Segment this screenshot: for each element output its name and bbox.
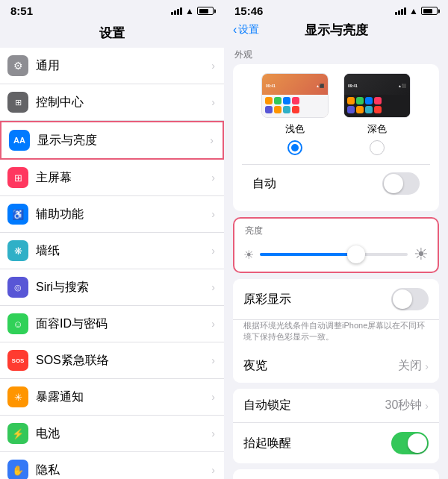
true-tone-subtext: 根据环境光线条件自动调整iPhone屏幕以在不同环境下保持色彩显示一致。 <box>233 320 439 349</box>
home-screen-label: 主屏幕 <box>36 170 208 186</box>
settings-item-battery[interactable]: ⚡ 电池 › <box>0 416 224 452</box>
privacy-label: 隐私 <box>36 463 208 478</box>
back-button[interactable]: ‹ 设置 <box>233 23 259 37</box>
left-panel: 8:51 ▲ 设置 ⚙ 通用 › ⊞ <box>0 0 224 479</box>
true-tone-toggle[interactable] <box>391 288 429 310</box>
wallpaper-icon: ❋ <box>7 240 28 261</box>
battery-chevron: › <box>211 428 215 439</box>
left-status-time: 8:51 <box>10 4 33 17</box>
exposure-chevron: › <box>211 391 215 403</box>
left-status-bar: 8:51 ▲ <box>0 0 224 20</box>
home-screen-chevron: › <box>211 172 215 184</box>
signal-icon <box>171 7 182 15</box>
settings-item-exposure[interactable]: ✳ 暴露通知 › <box>0 379 224 416</box>
light-mode-option[interactable]: 09:41 ▲⬛ <box>261 73 329 155</box>
faceid-icon: ☺ <box>7 313 28 334</box>
sos-label: SOS紧急联络 <box>36 353 208 369</box>
brightness-slider-row: ☀ ☀ <box>234 240 438 272</box>
dark-mode-preview: 09:41 ▲⬛ <box>343 73 411 118</box>
settings-item-siri[interactable]: ◎ Siri与搜索 › <box>0 269 224 306</box>
general-chevron: › <box>211 60 215 72</box>
settings-item-control-center[interactable]: ⊞ 控制中心 › <box>0 84 224 121</box>
appearance-options: 09:41 ▲⬛ <box>242 73 430 155</box>
battery-label: 电池 <box>36 426 208 442</box>
raise-to-wake-label: 抬起唤醒 <box>243 436 391 451</box>
general-icon: ⚙ <box>7 55 28 76</box>
settings-item-display[interactable]: AA 显示与亮度 › <box>0 121 224 160</box>
settings-item-privacy[interactable]: ✋ 隐私 › <box>0 452 224 479</box>
true-tone-row[interactable]: 原彩显示 <box>233 279 439 320</box>
auto-lock-chevron: › <box>425 400 429 412</box>
home-screen-icon: ⊞ <box>7 167 28 188</box>
general-label: 通用 <box>36 58 208 74</box>
settings-item-general[interactable]: ⚙ 通用 › <box>0 48 224 84</box>
right-page-title: 显示与亮度 <box>305 22 368 39</box>
brightness-slider[interactable] <box>260 253 408 256</box>
faceid-label: 面容ID与密码 <box>36 316 208 332</box>
brightness-sun-large-icon: ☀ <box>414 245 429 264</box>
battery-settings-icon: ⚡ <box>7 423 28 444</box>
exposure-label: 暴露通知 <box>36 389 208 405</box>
right-status-bar: 15:46 ▲ <box>224 0 448 20</box>
left-page-title: 设置 <box>0 20 224 48</box>
right-battery-icon <box>421 7 438 15</box>
auto-lock-value: 30秒钟 <box>385 398 423 413</box>
right-panel: 15:46 ▲ ‹ 设置 显示与亮度 外观 <box>224 0 448 479</box>
auto-appearance-row[interactable]: 自动 <box>242 164 430 202</box>
accessibility-label: 辅助功能 <box>36 207 208 222</box>
text-card: 文字大小 › 粗体文本 <box>233 469 439 479</box>
dark-mode-radio[interactable] <box>370 140 385 155</box>
lock-wake-card: 自动锁定 30秒钟 › 抬起唤醒 <box>233 389 439 463</box>
control-center-icon: ⊞ <box>7 92 28 113</box>
settings-item-faceid[interactable]: ☺ 面容ID与密码 › <box>0 306 224 342</box>
night-shift-chevron: › <box>425 360 429 372</box>
appearance-section-label: 外观 <box>224 41 448 64</box>
siri-icon: ◎ <box>7 277 28 298</box>
text-size-row[interactable]: 文字大小 › <box>233 469 439 479</box>
accessibility-icon: ♿ <box>7 204 28 225</box>
appearance-section: 09:41 ▲⬛ <box>233 64 439 211</box>
right-signal-icon <box>395 7 406 15</box>
siri-label: Siri与搜索 <box>36 280 208 295</box>
settings-item-home-screen[interactable]: ⊞ 主屏幕 › <box>0 160 224 196</box>
light-mode-radio[interactable] <box>287 140 302 155</box>
settings-item-accessibility[interactable]: ♿ 辅助功能 › <box>0 196 224 233</box>
back-label: 设置 <box>238 23 259 37</box>
true-tone-label: 原彩显示 <box>243 292 391 307</box>
left-status-icons: ▲ <box>171 6 214 16</box>
settings-item-sos[interactable]: SOS SOS紧急联络 › <box>0 342 224 379</box>
brightness-section-label: 亮度 <box>234 219 438 240</box>
dark-mode-label: 深色 <box>367 122 387 136</box>
right-status-time: 15:46 <box>234 4 263 17</box>
right-wifi-icon: ▲ <box>409 6 418 16</box>
wallpaper-label: 墙纸 <box>36 243 208 259</box>
display-icon: AA <box>9 130 30 151</box>
wallpaper-chevron: › <box>211 245 215 257</box>
dark-mode-option[interactable]: 09:41 ▲⬛ <box>343 73 411 155</box>
battery-icon <box>197 7 214 15</box>
back-chevron-icon: ‹ <box>233 23 237 37</box>
sos-chevron: › <box>211 354 215 366</box>
raise-to-wake-row[interactable]: 抬起唤醒 <box>233 423 439 463</box>
night-shift-value: 关闭 <box>398 358 422 374</box>
wifi-icon: ▲ <box>185 6 194 16</box>
privacy-chevron: › <box>211 464 215 476</box>
auto-lock-row[interactable]: 自动锁定 30秒钟 › <box>233 389 439 423</box>
faceid-chevron: › <box>211 318 215 330</box>
auto-appearance-toggle[interactable] <box>382 172 420 195</box>
right-navigation: ‹ 设置 显示与亮度 <box>224 20 448 41</box>
control-center-chevron: › <box>211 96 215 108</box>
light-mode-preview: 09:41 ▲⬛ <box>261 73 329 118</box>
light-mode-label: 浅色 <box>285 122 305 136</box>
sos-icon: SOS <box>7 350 28 371</box>
display-chevron: › <box>210 134 214 146</box>
control-center-label: 控制中心 <box>36 95 208 110</box>
exposure-icon: ✳ <box>7 386 28 407</box>
raise-to-wake-toggle[interactable] <box>391 432 429 454</box>
display-label: 显示与亮度 <box>37 133 207 148</box>
night-shift-row[interactable]: 夜览 关闭 › <box>233 349 439 383</box>
night-shift-label: 夜览 <box>243 358 398 374</box>
brightness-section: 亮度 ☀ ☀ <box>233 217 439 273</box>
settings-item-wallpaper[interactable]: ❋ 墙纸 › <box>0 233 224 269</box>
brightness-sun-small-icon: ☀ <box>243 248 254 262</box>
